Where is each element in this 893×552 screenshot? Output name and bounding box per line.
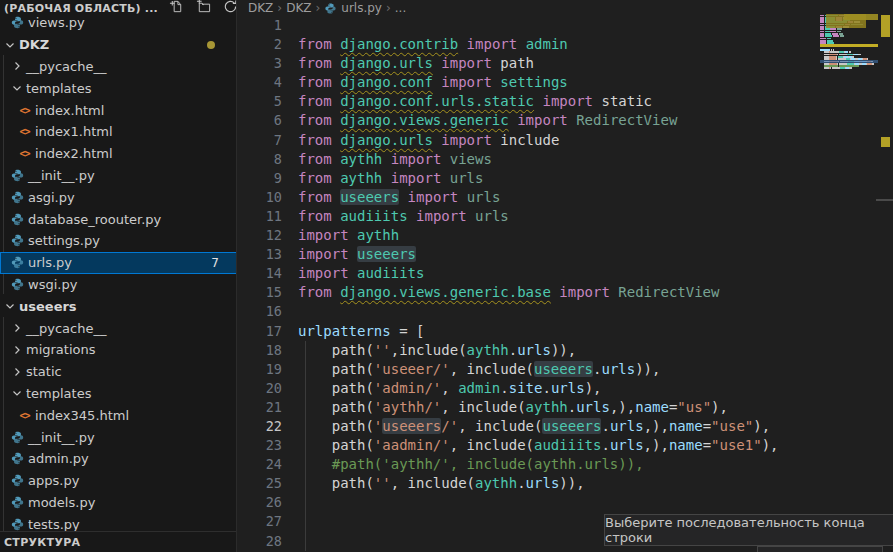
breadcrumb-item[interactable]: DKZ [286, 1, 311, 15]
tree-item-templates[interactable]: templates [0, 383, 237, 405]
breadcrumb-item[interactable]: DKZ [248, 1, 273, 15]
line-number: 13 [238, 245, 282, 264]
warning-marker [881, 137, 890, 147]
indent-guide [305, 379, 306, 398]
code-line[interactable]: 24 #path('aythh/', include(aythh.urls)), [238, 455, 893, 474]
new-folder-button[interactable] [195, 0, 213, 16]
line-number: 15 [238, 283, 282, 302]
tree-item-settings-py[interactable]: settings.py [0, 230, 237, 252]
code-line[interactable]: 6from django.views.generic import Redire… [238, 111, 893, 130]
code-line[interactable]: 15from django.views.generic.base import … [238, 283, 893, 302]
code-line[interactable]: 14import audiiits [238, 264, 893, 283]
tree-item-database-roouter-py[interactable]: database_roouter.py [0, 208, 237, 230]
workspace-title: (РАБОЧАЯ ОБЛАСТЬ) ... [0, 2, 158, 15]
minimap[interactable] [820, 12, 878, 242]
tree-item-index1-html[interactable]: <>index1.html [0, 121, 237, 143]
tree-item-wsgi-py[interactable]: wsgi.py [0, 274, 237, 296]
code-line[interactable]: 25 path('', include(aythh.urls)), [238, 474, 893, 493]
code-editor[interactable]: 12from django.contrib import admin3from … [238, 16, 893, 552]
statusbar-item-edge [757, 546, 883, 552]
indent-guide [305, 532, 306, 551]
tree-item-models-py[interactable]: models.py [0, 492, 237, 514]
code-line[interactable]: 8from aythh import views [238, 150, 893, 169]
tree-item-useeers[interactable]: useeers [0, 295, 237, 317]
code-line-content: from django.views.generic import Redirec… [282, 111, 677, 130]
python-file-icon [11, 234, 24, 247]
chevron-right-icon [11, 367, 22, 377]
code-line[interactable]: 13import useeers [238, 245, 893, 264]
tree-item-label: settings.py [28, 233, 100, 248]
code-line[interactable]: 17urlpatterns = [ [238, 322, 893, 341]
code-line-content [282, 302, 298, 321]
code-line[interactable]: 3from django.urls import path [238, 54, 893, 73]
code-line[interactable]: 19 path('useeer/', include(useeers.urls)… [238, 360, 893, 379]
tree-item-index345-html[interactable]: <>index345.html [0, 404, 237, 426]
overview-ruler [878, 0, 893, 552]
tree-item-admin-py[interactable]: admin.py [0, 448, 237, 470]
code-line-content: import audiiits [282, 264, 424, 283]
code-line[interactable]: 11from audiiits import urls [238, 207, 893, 226]
tree-item--pycache-[interactable]: __pycache__ [0, 56, 237, 78]
tree-item-migrations[interactable]: migrations [0, 339, 237, 361]
code-line[interactable]: 18 path('',include(aythh.urls)), [238, 341, 893, 360]
breadcrumb-item[interactable]: urls.py [324, 1, 382, 15]
chevron-right-icon [11, 323, 22, 333]
tree-item-index-html[interactable]: <>index.html [0, 99, 237, 121]
python-file-icon [11, 474, 24, 487]
html-file-icon: <> [18, 147, 31, 160]
tree-item-dkz[interactable]: DKZ [0, 34, 237, 56]
tree-item-asgi-py[interactable]: asgi.py [0, 186, 237, 208]
outline-section-header[interactable]: СТРУКТУРА [0, 531, 237, 552]
line-number: 12 [238, 226, 282, 245]
code-line-content: from audiiits import urls [282, 207, 509, 226]
editor-pane: DKZ›DKZ›urls.py›... 12from django.contri… [238, 0, 893, 552]
code-line[interactable]: 5from django.conf.urls.static import sta… [238, 92, 893, 111]
code-line[interactable]: 7from django.urls import include [238, 131, 893, 150]
code-line[interactable]: 20 path('admin/', admin.site.urls), [238, 379, 893, 398]
line-number: 27 [238, 512, 282, 531]
new-file-icon [169, 0, 184, 17]
code-line[interactable]: 22 path('useeers/', include(useeers.urls… [238, 417, 893, 436]
chevron-down-icon [4, 301, 15, 311]
code-line-content: from django.urls import path [282, 54, 534, 73]
line-number: 16 [238, 302, 282, 321]
code-line-content: path('',include(aythh.urls)), [282, 341, 576, 360]
line-number: 23 [238, 436, 282, 455]
chevron-right-icon: › [386, 1, 391, 15]
tree-item-label: templates [26, 386, 91, 401]
line-number: 18 [238, 341, 282, 360]
code-line[interactable]: 21 path('aythh/', include(aythh.urls,),n… [238, 398, 893, 417]
code-line[interactable]: 9from aythh import urls [238, 169, 893, 188]
explorer-actions [168, 0, 237, 16]
indent-guide [305, 417, 306, 436]
refresh-icon [223, 0, 237, 17]
breadcrumb-item[interactable]: ... [395, 1, 406, 15]
code-line-content: path('useeer/', include(useeers.urls)), [282, 360, 660, 379]
line-number: 20 [238, 379, 282, 398]
code-line-content: from aythh import views [282, 150, 492, 169]
tree-item-label: __init__.py [28, 168, 95, 183]
line-number: 1 [238, 16, 282, 35]
line-number: 26 [238, 493, 282, 512]
tree-item-index2-html[interactable]: <>index2.html [0, 143, 237, 165]
code-line[interactable]: 10from useeers import urls [238, 188, 893, 207]
code-line[interactable]: 4from django.conf import settings [238, 73, 893, 92]
tree-item-templates[interactable]: templates [0, 77, 237, 99]
code-line[interactable]: 26 [238, 493, 893, 512]
refresh-button[interactable] [222, 0, 237, 16]
tree-item--pycache-[interactable]: __pycache__ [0, 317, 237, 339]
tree-item-label: models.py [28, 495, 95, 510]
html-file-icon: <> [18, 125, 31, 138]
code-line[interactable]: 2from django.contrib import admin [238, 35, 893, 54]
tree-item--init-py[interactable]: __init__.py [0, 426, 237, 448]
python-file-icon [11, 431, 24, 444]
tree-item-apps-py[interactable]: apps.py [0, 470, 237, 492]
code-line[interactable]: 1 [238, 16, 893, 35]
code-line[interactable]: 23 path('aadmin/', include(audiiits.urls… [238, 436, 893, 455]
tree-item--init-py[interactable]: __init__.py [0, 165, 237, 187]
code-line[interactable]: 12import aythh [238, 226, 893, 245]
tree-item-urls-py[interactable]: urls.py7 [0, 252, 237, 274]
new-file-button[interactable] [168, 0, 186, 16]
tree-item-static[interactable]: static [0, 361, 237, 383]
code-line[interactable]: 16 [238, 302, 893, 321]
